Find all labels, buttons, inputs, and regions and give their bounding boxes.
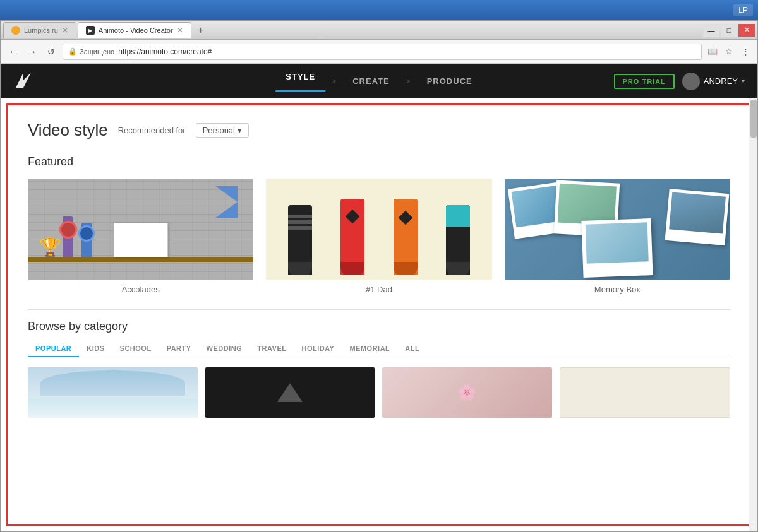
thumb-rose[interactable]: 🌸 [382,367,552,418]
featured-title: Featured [28,155,730,168]
content-area: Video style Recommended for Personal ▾ F… [8,105,750,524]
animoto-favicon: ▶ [86,26,95,35]
cat-tab-popular[interactable]: POPULAR [28,341,79,357]
main-content: Video style Recommended for Personal ▾ F… [1,98,757,531]
tab-animoto[interactable]: ▶ Animoto - Video Creator ✕ [78,22,191,38]
window-controls: — □ ✕ [703,24,755,37]
personal-dropdown[interactable]: Personal ▾ [196,123,249,138]
new-tab-button[interactable]: + [193,22,209,38]
thumb-dark[interactable] [205,367,375,418]
user-area[interactable]: ANDREY ▾ [682,73,745,90]
style-card-memory[interactable]: Memory Box [505,179,730,294]
chevron-down-icon: ▾ [742,78,745,85]
browse-section: Browse by category POPULAR KIDS SCHOOL P… [28,320,730,418]
cat-tab-party[interactable]: PARTY [159,341,199,357]
tab-lumpics-close[interactable]: ✕ [62,26,68,35]
scrollbar-thumb[interactable] [750,103,753,138]
tab-lumpics[interactable]: Lumpics.ru ✕ [3,22,76,38]
dropdown-value: Personal [203,126,235,135]
svg-marker-0 [16,73,31,88]
url-lock-label: Защищено [80,48,114,56]
tab-animoto-close[interactable]: ✕ [177,26,183,35]
user-name: ANDREY [704,76,738,86]
cat-tab-all[interactable]: ALL [397,341,427,357]
accolades-label: Accolades [28,285,253,294]
app-logo [13,70,33,93]
url-address: https://animoto.com/create# [118,47,212,56]
cat-tab-school[interactable]: SCHOOL [112,341,159,357]
accolades-image: 🏆 [28,179,253,280]
user-avatar [682,73,700,90]
cat-tab-holiday[interactable]: HOLIDAY [294,341,342,357]
tab-animoto-label: Animoto - Video Creator [99,27,173,34]
video-style-title: Video style [28,121,108,140]
red-border-wrapper: Video style Recommended for Personal ▾ F… [6,103,752,526]
lock-icon: 🔒 [68,47,77,56]
address-bar: ← → ↺ 🔒 Защищено https://animoto.com/cre… [1,40,757,64]
taskbar-user: LP [733,4,753,16]
memory-label: Memory Box [505,285,730,294]
memory-image [505,179,730,280]
nav-step-produce[interactable]: PRODUCE [417,76,483,86]
lumpics-favicon [11,26,20,35]
cat-tab-wedding[interactable]: WEDDING [199,341,250,357]
browse-title: Browse by category [28,320,730,333]
app-navbar: STYLE > CREATE > PRODUCE PRO TRIAL ANDRE… [1,64,757,98]
nav-step-create[interactable]: CREATE [342,76,399,86]
taskbar: LP [0,0,758,20]
dropdown-arrow: ▾ [238,126,242,135]
cat-tab-memorial[interactable]: MEMORIAL [342,341,397,357]
section-divider [28,309,730,310]
bookmark-icon[interactable]: ☆ [722,45,736,59]
browse-thumbnails: 🌸 [28,367,730,418]
back-button[interactable]: ← [6,44,21,59]
address-actions: 📖 ☆ ⋮ [706,45,752,59]
url-bar[interactable]: 🔒 Защищено https://animoto.com/create# [63,44,702,60]
browser-window: Lumpics.ru ✕ ▶ Animoto - Video Creator ✕… [0,20,758,532]
style-card-dad[interactable]: #1 Dad [266,179,491,294]
thumb-cream[interactable] [560,367,731,418]
featured-section: Featured [28,155,730,294]
forward-button[interactable]: → [25,44,40,59]
mountain-icon [277,383,303,402]
nav-step-style[interactable]: STYLE [275,72,325,92]
translate-icon[interactable]: 📖 [706,45,719,59]
scrollbar[interactable] [749,103,752,526]
dad-image [266,179,491,280]
category-tabs: POPULAR KIDS SCHOOL PARTY WEDDING TRAVEL… [28,341,730,357]
cat-tab-travel[interactable]: TRAVEL [250,341,294,357]
pro-trial-button[interactable]: PRO TRIAL [614,74,675,89]
tab-lumpics-label: Lumpics.ru [24,27,58,34]
nav-arrow-1: > [332,77,336,86]
close-button[interactable]: ✕ [738,24,755,37]
nav-arrow-2: > [406,77,411,86]
style-card-accolades[interactable]: 🏆 Accolades [28,179,253,294]
menu-icon[interactable]: ⋮ [738,45,752,59]
os-window: LP Lumpics.ru ✕ ▶ Animoto - Video Creato… [0,0,758,532]
video-style-header: Video style Recommended for Personal ▾ [28,121,730,140]
title-bar: Lumpics.ru ✕ ▶ Animoto - Video Creator ✕… [1,21,757,40]
nav-right: PRO TRIAL ANDREY ▾ [614,73,745,90]
cat-tab-kids[interactable]: KIDS [79,341,112,357]
recommended-label: Recommended for [118,126,186,135]
featured-grid: 🏆 Accolades [28,179,730,294]
thumb-sky[interactable] [28,367,198,418]
maximize-button[interactable]: □ [721,24,737,37]
reload-button[interactable]: ↺ [44,44,59,59]
minimize-button[interactable]: — [703,24,719,37]
dad-label: #1 Dad [266,285,491,294]
